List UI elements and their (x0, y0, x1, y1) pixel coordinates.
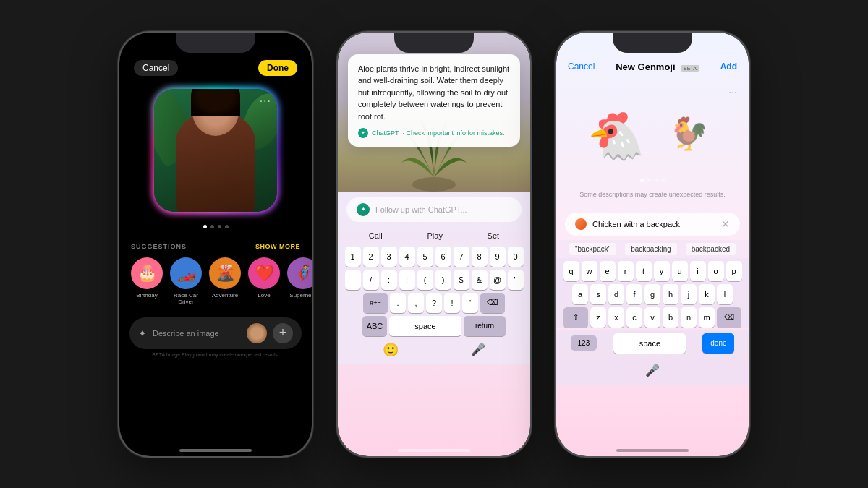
key-o[interactable]: o (708, 261, 724, 281)
add-button[interactable]: + (273, 323, 293, 343)
key-f[interactable]: f (626, 284, 642, 304)
key-return[interactable]: return (464, 316, 506, 336)
key-w[interactable]: w (582, 261, 597, 281)
key-oparen[interactable]: ( (417, 270, 433, 290)
describe-input[interactable]: ✦ Describe an image + (129, 317, 302, 349)
key-i[interactable]: i (690, 261, 706, 281)
key-space3[interactable]: space (613, 333, 686, 354)
suggestion-superhero[interactable]: 🦸 Superhero (287, 257, 312, 306)
key-done[interactable]: done (702, 333, 734, 354)
image-area: ··· (119, 82, 312, 219)
key-9[interactable]: 9 (490, 247, 506, 267)
key-shift[interactable]: ⇧ (563, 307, 588, 328)
key-y[interactable]: y (654, 261, 670, 281)
key-l[interactable]: l (717, 284, 733, 304)
key-period[interactable]: . (390, 293, 406, 313)
key-u[interactable]: u (672, 261, 688, 281)
dots-menu[interactable]: ··· (728, 86, 737, 98)
key-e[interactable]: e (600, 261, 616, 281)
key-v[interactable]: v (644, 307, 660, 328)
key-dash[interactable]: - (345, 270, 361, 290)
emoji-button[interactable]: 🙂 (383, 342, 399, 358)
key-cparen[interactable]: ) (435, 270, 451, 290)
cancel-button[interactable]: Cancel (134, 60, 178, 76)
key-space[interactable]: space (389, 316, 461, 336)
kbd-sug-backpacked[interactable]: backpacked (686, 243, 736, 255)
suggestion-love-icon: ❤️ (248, 257, 280, 289)
key-0[interactable]: 0 (508, 247, 524, 267)
dot-1 (203, 225, 207, 228)
phone3-row2: a s d f g h j k l (559, 284, 746, 304)
tooltip-disclaimer: · Check important info for mistakes. (403, 129, 505, 137)
key-8[interactable]: 8 (472, 247, 488, 267)
key-k[interactable]: k (699, 284, 715, 304)
genmoji-item-2[interactable]: 🐓 (660, 105, 718, 163)
kbd-sug-backpacking[interactable]: backpacking (625, 243, 677, 255)
suggestion-love[interactable]: ❤️ Love (248, 257, 280, 306)
key-p[interactable]: p (726, 261, 742, 281)
key-2[interactable]: 2 (363, 247, 379, 267)
kbd-suggestion-play[interactable]: Play (427, 231, 443, 240)
mic-button[interactable]: 🎤 (471, 343, 485, 356)
genmoji-item-1[interactable]: 🐔 (587, 108, 645, 166)
kbd-suggestion-set[interactable]: Set (488, 231, 500, 240)
key-s[interactable]: s (590, 284, 606, 304)
phone3-search-input[interactable]: Chicken with a backpack ✕ (565, 213, 740, 236)
phone3-cancel-button[interactable]: Cancel (568, 61, 595, 72)
key-4[interactable]: 4 (399, 247, 415, 267)
key-3[interactable]: 3 (381, 247, 397, 267)
key-abc[interactable]: ABC (362, 316, 387, 336)
phone3-add-button[interactable]: Add (720, 61, 737, 72)
phone3-row3: ⇧ z x c v b n m ⌫ (559, 307, 746, 328)
key-backspace3[interactable]: ⌫ (717, 307, 741, 328)
phone3-clear-button[interactable]: ✕ (721, 218, 730, 230)
suggestion-racecar[interactable]: 🏎️ Race Car Driver (170, 257, 202, 306)
key-num[interactable]: 123 (571, 335, 597, 351)
more-options-icon[interactable]: ··· (260, 95, 271, 108)
show-more-button[interactable]: SHOW MORE (255, 243, 300, 250)
key-comma[interactable]: , (408, 293, 424, 313)
key-backspace[interactable]: ⌫ (480, 293, 505, 313)
suggestion-birthday[interactable]: 🎂 Birthday (131, 257, 163, 306)
key-d[interactable]: d (608, 284, 624, 304)
suggestion-racecar-icon: 🏎️ (170, 257, 202, 289)
key-7[interactable]: 7 (454, 247, 469, 267)
mic-icon-3[interactable]: 🎤 (645, 364, 660, 377)
phone3-mic-row: 🎤 (556, 359, 749, 385)
key-1[interactable]: 1 (345, 247, 361, 267)
key-question[interactable]: ? (426, 293, 442, 313)
key-t[interactable]: t (636, 261, 652, 281)
key-r[interactable]: r (618, 261, 634, 281)
key-exclaim[interactable]: ! (444, 293, 460, 313)
key-slash[interactable]: / (363, 270, 379, 290)
chatgpt-tooltip: Aloe plants thrive in bright, indirect s… (348, 54, 520, 147)
key-m3[interactable]: m (699, 307, 715, 328)
key-dollar[interactable]: $ (454, 270, 469, 290)
key-c3[interactable]: c (626, 307, 642, 328)
kbd-sug-backpack[interactable]: "backpack" (569, 243, 616, 255)
key-quote[interactable]: " (508, 270, 524, 290)
suggestion-adventure-icon: 🌋 (209, 257, 241, 289)
chatgpt-followup-input[interactable]: ✦ Follow up with ChatGPT... (346, 197, 522, 222)
key-n[interactable]: n (681, 307, 697, 328)
key-colon[interactable]: : (381, 270, 397, 290)
kbd-suggestion-call[interactable]: Call (369, 231, 383, 240)
key-apos[interactable]: ' (462, 293, 478, 313)
key-semicolon[interactable]: ; (399, 270, 415, 290)
suggestion-adventure[interactable]: 🌋 Adventure (209, 257, 241, 306)
done-button[interactable]: Done (258, 60, 297, 76)
key-at[interactable]: @ (490, 270, 506, 290)
key-5[interactable]: 5 (417, 247, 433, 267)
key-6[interactable]: 6 (435, 247, 451, 267)
key-amp[interactable]: & (472, 270, 488, 290)
key-h[interactable]: h (663, 284, 678, 304)
key-a[interactable]: a (572, 284, 588, 304)
key-z[interactable]: z (590, 307, 606, 328)
key-q[interactable]: q (563, 261, 579, 281)
key-g[interactable]: g (644, 284, 660, 304)
key-hash[interactable]: #+= (363, 293, 388, 313)
chatgpt-icon: ✦ (358, 128, 368, 138)
key-b[interactable]: b (663, 307, 678, 328)
key-x[interactable]: x (608, 307, 624, 328)
key-j[interactable]: j (681, 284, 697, 304)
